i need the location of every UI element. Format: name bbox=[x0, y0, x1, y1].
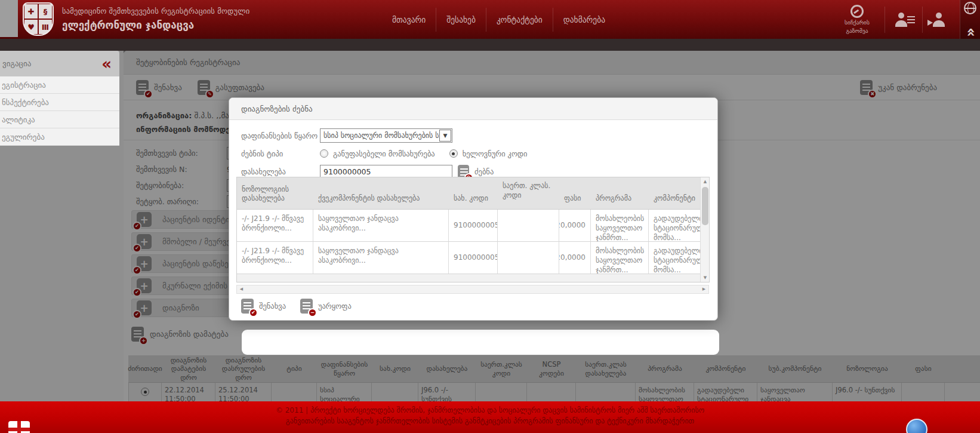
sidebar-collapse-icon[interactable]: « bbox=[101, 58, 112, 70]
sidebar-title: ვიგაცია bbox=[2, 59, 31, 68]
search-results-table: ნოზოლოგიის დასახელება ქვეკომპონენტის დას… bbox=[236, 177, 710, 282]
globe-icon[interactable] bbox=[964, 2, 976, 14]
heart-icon: ♥ bbox=[24, 19, 38, 35]
sidebar-item-analytics[interactable]: ალიტიკა bbox=[0, 111, 119, 128]
app: ✚ § ♥ Ⅲ სამედიცინო შემთხვევების რეგისტრა… bbox=[0, 0, 980, 433]
col-intl-class-code: საერთ. კლას. კოდი bbox=[498, 177, 559, 209]
col-program: პროგრამა bbox=[591, 177, 649, 209]
vertical-scrollbar[interactable]: ▲ ▼ bbox=[700, 177, 709, 282]
col-nosology-name: ნოზოლოგიის დასახელება bbox=[237, 177, 313, 209]
scroll-thumb[interactable] bbox=[702, 187, 708, 225]
cell-nosology: -/- J21.9 -/- მწვავე ბრონქიოლი... bbox=[237, 242, 313, 274]
sidebar: ვიგაცია « ეგისტრაცია ნსპექტირება ალიტიკა… bbox=[0, 51, 119, 146]
radio-manual-code[interactable]: ხელოვნური კოდი bbox=[449, 149, 528, 158]
cell-component: გადაუდებელი სტაციონარული მომსა... bbox=[649, 210, 701, 241]
modal-title: დიაგნოზების ძებნა bbox=[229, 98, 717, 120]
search-type-label: ძებნის ტიპი bbox=[241, 149, 320, 158]
col-component: კომპონენტი bbox=[649, 177, 701, 209]
cell-component: გადაუდებელი სტაციონარული მომსა... bbox=[649, 242, 701, 274]
search-type-row: ძებნის ტიპი განუფასებელი მომსახურება ხელ… bbox=[241, 146, 717, 161]
cell-price: 220,0000 bbox=[559, 242, 591, 274]
app-title: ელექტრონული ჯანდაცვა bbox=[62, 19, 249, 31]
cell-code: 9100000005/1 bbox=[449, 210, 498, 241]
name-search-input[interactable] bbox=[320, 165, 452, 178]
chevron-down-icon[interactable]: ▼ bbox=[439, 130, 451, 142]
radio-priced-service[interactable]: განუფასებელი მომსახურება bbox=[320, 149, 435, 158]
collapse-header-icon[interactable]: » bbox=[964, 27, 976, 37]
horizontal-scrollbar[interactable]: ◀ ▶ bbox=[236, 285, 709, 294]
column-icon: Ⅲ bbox=[38, 19, 53, 35]
georgian-flag-icon bbox=[8, 421, 30, 433]
speed-test-label-2: გაზომვა bbox=[846, 27, 868, 35]
minus-badge-icon: − bbox=[308, 308, 317, 317]
white-popup-panel bbox=[242, 330, 719, 355]
search-label: ძებნა bbox=[474, 167, 494, 176]
radio-icon-selected[interactable] bbox=[449, 149, 458, 158]
cell-subcomponent: საყოველთაო ჯანდაცვა ასაკობრივი... bbox=[313, 210, 449, 241]
diagnosis-search-modal: დიაგნოზების ძებნა დაფინანსების წყარო სსი… bbox=[229, 97, 718, 321]
app-logo: ✚ § ♥ Ⅲ bbox=[23, 2, 54, 36]
nav-home[interactable]: მთავარი bbox=[382, 15, 436, 24]
cell-price: 220,0000 bbox=[559, 210, 591, 241]
app-titles: სამედიცინო შემთხვევების რეგისტრაციის მოდ… bbox=[62, 7, 249, 31]
cell-intl-code bbox=[498, 242, 559, 274]
name-label: დასახელება bbox=[241, 167, 320, 176]
cross-icon: ✚ bbox=[24, 4, 38, 19]
logout-arrow bbox=[927, 20, 933, 26]
sidebar-item-regulation[interactable]: ეგულირება bbox=[0, 128, 119, 146]
funding-source-select[interactable]: სსიპ სოციალური მომსახურების საა ▼ bbox=[320, 128, 452, 143]
sidebar-item-inspection[interactable]: ნსპექტირება bbox=[0, 94, 119, 111]
cell-code: 9100000005/1 bbox=[449, 242, 498, 274]
cancel-doc-icon: − bbox=[300, 299, 313, 314]
logout-icon[interactable] bbox=[931, 13, 951, 27]
page-corner bbox=[0, 0, 18, 37]
modal-form: დაფინანსების წყარო სსიპ სოციალური მომსახ… bbox=[229, 120, 717, 179]
modal-save-label: შენახვა bbox=[259, 302, 286, 311]
modal-cancel-label: უარყოფა bbox=[318, 302, 352, 311]
cell-intl-code bbox=[498, 210, 559, 241]
nav-about[interactable]: შესახებ bbox=[436, 15, 486, 24]
col-subcomponent-name: ქვეკომპონენტის დასახელება bbox=[313, 177, 449, 209]
user-profile-icon[interactable] bbox=[893, 13, 914, 27]
sidebar-item-registration[interactable]: ეგისტრაცია bbox=[0, 76, 119, 94]
scroll-right-icon[interactable]: ▶ bbox=[699, 285, 708, 293]
cell-program: მოსახლეობის საყოველთაო ჯანმრთ... bbox=[591, 242, 649, 274]
results-header: ნოზოლოგიის დასახელება ქვეკომპონენტის დას… bbox=[237, 177, 709, 210]
modal-save-button[interactable]: ✔ შენახვა bbox=[241, 299, 286, 314]
app-subtitle: სამედიცინო შემთხვევების რეგისტრაციის მოდ… bbox=[62, 7, 249, 16]
nav-help[interactable]: დახმარება bbox=[553, 15, 615, 24]
page-gap-strip bbox=[0, 39, 980, 51]
scroll-left-icon[interactable]: ◀ bbox=[237, 285, 246, 293]
header-edge-strip: » bbox=[960, 0, 980, 39]
top-header: ✚ § ♥ Ⅲ სამედიცინო შემთხვევების რეგისტრა… bbox=[0, 0, 980, 39]
modal-cancel-button[interactable]: − უარყოფა bbox=[300, 299, 352, 314]
col-price: ფასი bbox=[559, 177, 591, 209]
main-nav: მთავარი შესახებ კონტაქტები დახმარება bbox=[382, 0, 615, 39]
funding-source-label: დაფინანსების წყარო bbox=[241, 131, 320, 140]
result-row[interactable]: -/- J21.9 -/- მწვავე ბრონქიოლი... საყოვე… bbox=[237, 210, 709, 242]
speed-test-label-1: სიჩქარის bbox=[845, 19, 870, 26]
save-doc-icon: ✔ bbox=[241, 299, 254, 314]
sidebar-header: ვიგაცია « bbox=[0, 51, 119, 76]
page-footer: © 2011 | პროექტი ხორციელდება შრომის, ჯან… bbox=[0, 401, 980, 433]
cell-subcomponent: საყოველთაო ჯანდაცვა ასაკობრივი... bbox=[313, 242, 449, 274]
nav-contacts[interactable]: კონტაქტები bbox=[486, 15, 553, 24]
modal-actions: ✔ შენახვა − უარყოფა bbox=[241, 299, 352, 314]
table-filler bbox=[237, 274, 709, 282]
radio-priced-label: განუფასებელი მომსახურება bbox=[333, 149, 435, 158]
funding-source-value: სსიპ სოციალური მომსახურების საა bbox=[320, 131, 439, 140]
footer-line-1: © 2011 | პროექტი ხორციელდება შრომის, ჯან… bbox=[0, 406, 980, 414]
radio-icon[interactable] bbox=[320, 149, 328, 158]
speed-test-button[interactable]: სიჩქარის გაზომვა bbox=[830, 5, 885, 35]
footer-line-2: განვითარების სააგენტოს ჯანმრთელობის სისტ… bbox=[0, 417, 980, 425]
scroll-up-icon[interactable]: ▲ bbox=[701, 177, 710, 186]
cell-nosology: -/- J21.9 -/- მწვავე ბრონქიოლი... bbox=[237, 210, 313, 241]
result-row[interactable]: -/- J21.9 -/- მწვავე ბრონქიოლი... საყოვე… bbox=[237, 242, 709, 274]
caduceus-icon: § bbox=[38, 4, 53, 19]
scroll-down-icon[interactable]: ▼ bbox=[701, 274, 710, 282]
funding-source-row: დაფინანსების წყარო სსიპ სოციალური მომსახ… bbox=[241, 128, 717, 143]
header-divider bbox=[885, 7, 885, 33]
header-actions: სიჩქარის გაზომვა bbox=[830, 0, 960, 39]
header-divider bbox=[922, 7, 923, 33]
user-list-lines bbox=[907, 16, 915, 24]
